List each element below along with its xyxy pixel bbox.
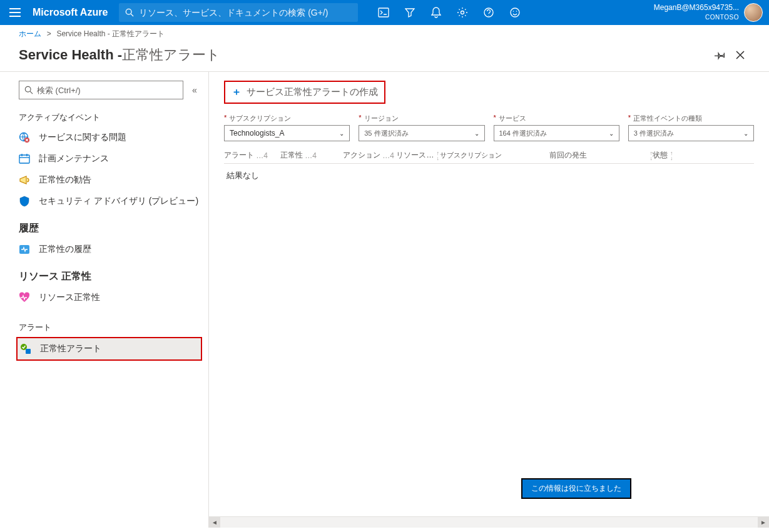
scroll-left-button[interactable]: ◄: [209, 517, 220, 528]
create-service-health-alert-button[interactable]: ＋ サービス正常性アラートの作成: [224, 81, 385, 104]
col-action[interactable]: アクション …4 リソース…↑↓: [343, 150, 440, 161]
pin-button[interactable]: [710, 45, 730, 65]
create-button-label: サービス正常性アラートの作成: [247, 86, 378, 98]
sidebar-group-history: 履歴: [0, 218, 208, 239]
sidebar-item-health-alerts[interactable]: 正常性アラート: [16, 337, 202, 361]
chevron-down-icon: ⌄: [474, 130, 479, 137]
filter-service: *サービス 164 件選択済み ⌄: [494, 114, 619, 141]
user-email: MeganB@M365x94735...: [654, 3, 739, 13]
filter-health-event-type: *正常性イベントの種類 3 件選択済み ⌄: [628, 114, 754, 141]
brand-label: Microsoft Azure: [30, 7, 119, 18]
col-last-occurrence[interactable]: 前回の発生↑↓: [549, 150, 653, 161]
breadcrumb-sep: >: [44, 29, 53, 38]
sidebar-search-box[interactable]: [19, 81, 183, 99]
bell-icon: [431, 7, 441, 18]
sidebar-item-resource-health[interactable]: リソース正常性: [0, 287, 208, 308]
hamburger-icon: [9, 8, 21, 17]
filter-subscription: *サブスクリプション Technologists_A ⌄: [224, 114, 350, 141]
filter-subscription-dropdown[interactable]: Technologists_A ⌄: [224, 125, 350, 141]
filter-icon: [405, 8, 415, 18]
horizontal-scrollbar[interactable]: ◄ ►: [209, 516, 769, 528]
heart-history-icon: [19, 244, 30, 255]
breadcrumb-dash: -: [108, 29, 112, 38]
global-search-box[interactable]: [119, 3, 358, 22]
sidebar-group-active: アクティブなイベント: [0, 108, 208, 127]
avatar[interactable]: [744, 3, 763, 22]
sidebar-search-input[interactable]: [37, 86, 178, 95]
cloud-shell-button[interactable]: [370, 0, 397, 25]
svg-point-6: [513, 11, 514, 12]
calendar-icon: [19, 153, 30, 164]
pin-icon: [715, 49, 726, 61]
breadcrumb-service: Service Health: [56, 29, 105, 38]
no-results-text: 結果なし: [224, 163, 754, 188]
breadcrumb: ホーム > Service Health - 正常性アラート: [0, 25, 769, 43]
svg-point-3: [461, 11, 464, 14]
svg-rect-12: [19, 155, 29, 163]
feedback-helpful-button[interactable]: この情報は役に立ちました: [521, 478, 631, 499]
page-title-main: Service Health -: [19, 47, 122, 63]
close-button[interactable]: [730, 45, 750, 65]
smile-icon: [510, 8, 520, 18]
col-subscription[interactable]: サブスクリプション: [440, 150, 549, 161]
results-table-header: アラート …4 正常性 …4 アクション …4 リソース…↑↓ サブスクリプショ…: [224, 148, 754, 163]
col-alert[interactable]: アラート …4: [224, 150, 280, 161]
sidebar-item-health-history[interactable]: 正常性の履歴: [0, 239, 208, 260]
svg-line-9: [30, 91, 33, 94]
top-bar: Microsoft Azure MeganB@M365x94735... CON…: [0, 0, 769, 25]
body-layout: « アクティブなイベント サービスに関する問題 計画メンテナンス 正常性の勧告 …: [0, 71, 769, 528]
filter-region: *リージョン 35 件選択済み ⌄: [359, 114, 484, 141]
sidebar-item-label: サービスに関する問題: [39, 132, 126, 143]
search-icon: [24, 86, 33, 94]
main-content: ＋ サービス正常性アラートの作成 *サブスクリプション Technologist…: [209, 72, 769, 528]
sidebar-item-service-issues[interactable]: サービスに関する問題: [0, 127, 208, 148]
svg-point-5: [511, 8, 519, 17]
sidebar: « アクティブなイベント サービスに関する問題 計画メンテナンス 正常性の勧告 …: [0, 72, 209, 528]
chevron-down-icon: ⌄: [743, 130, 748, 137]
sidebar-item-label: セキュリティ アドバイザリ (プレビュー): [39, 196, 198, 207]
filter-event-type-dropdown[interactable]: 3 件選択済み ⌄: [628, 125, 754, 141]
health-alert-icon: [20, 343, 31, 354]
svg-point-0: [126, 9, 132, 14]
hamburger-menu-button[interactable]: [0, 0, 30, 25]
breadcrumb-page: 正常性アラート: [112, 29, 165, 38]
page-title-sub: 正常性アラート: [122, 46, 220, 64]
sort-icon: ↑↓: [436, 151, 439, 161]
svg-point-8: [25, 86, 31, 92]
collapse-sidebar-button[interactable]: «: [187, 85, 202, 95]
sidebar-group-alert: アラート: [0, 318, 208, 337]
filter-service-dropdown[interactable]: 164 件選択済み ⌄: [494, 125, 619, 141]
close-icon: [735, 50, 745, 60]
shield-icon: [19, 196, 30, 207]
sidebar-item-label: リソース正常性: [39, 292, 100, 303]
settings-button[interactable]: [449, 0, 476, 25]
top-icon-bar: [370, 0, 528, 25]
sidebar-item-label: 計画メンテナンス: [39, 153, 109, 164]
sidebar-item-security-advisories[interactable]: セキュリティ アドバイザリ (プレビュー): [0, 191, 208, 212]
help-button[interactable]: [476, 0, 502, 25]
heartbeat-icon: [19, 292, 30, 303]
page-heading: Service Health - 正常性アラート: [0, 43, 769, 71]
scroll-right-button[interactable]: ►: [758, 517, 769, 528]
filter-row: *サブスクリプション Technologists_A ⌄ *リージョン 35 件…: [224, 114, 754, 141]
notifications-button[interactable]: [423, 0, 449, 25]
col-status[interactable]: 状態↑↓: [653, 150, 703, 161]
svg-point-7: [516, 11, 517, 12]
feedback-button[interactable]: [502, 0, 528, 25]
sidebar-item-planned-maintenance[interactable]: 計画メンテナンス: [0, 148, 208, 169]
col-health[interactable]: 正常性 …4: [280, 150, 343, 161]
help-icon: [484, 8, 494, 18]
gear-icon: [457, 7, 468, 18]
directory-filter-button[interactable]: [397, 0, 423, 25]
svg-line-1: [131, 14, 134, 16]
global-search-input[interactable]: [139, 8, 352, 18]
chevron-down-icon: ⌄: [339, 130, 344, 137]
sidebar-item-health-advisories[interactable]: 正常性の勧告: [0, 169, 208, 191]
user-area[interactable]: MeganB@M365x94735... CONTOSO: [654, 3, 769, 22]
breadcrumb-home[interactable]: ホーム: [19, 29, 41, 38]
filter-region-dropdown[interactable]: 35 件選択済み ⌄: [359, 125, 484, 141]
plus-icon: ＋: [232, 86, 242, 99]
svg-rect-2: [379, 8, 389, 17]
svg-rect-18: [26, 349, 31, 354]
sidebar-item-label: 正常性の勧告: [39, 174, 91, 186]
